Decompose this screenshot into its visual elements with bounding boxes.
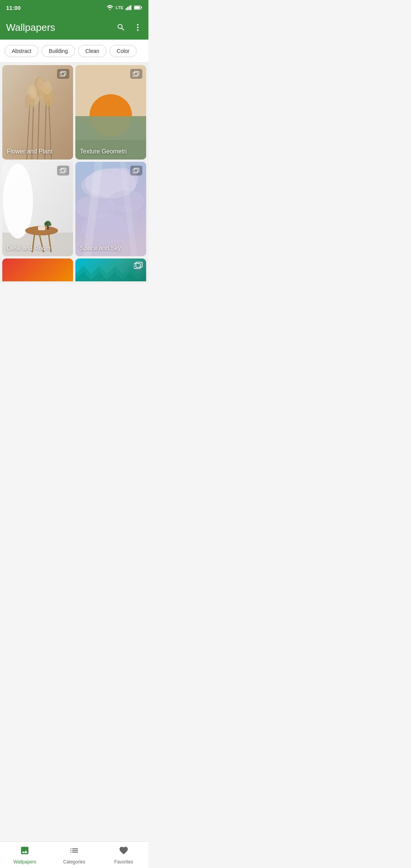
- signal-icon: [126, 5, 132, 10]
- more-options-button[interactable]: [133, 23, 142, 32]
- chip-clean[interactable]: Clean: [78, 45, 107, 57]
- toolbar-actions: [116, 23, 142, 32]
- svg-point-9: [137, 27, 139, 28]
- wallpaper-card-partial-1[interactable]: [2, 258, 73, 281]
- svg-rect-33: [134, 72, 139, 75]
- svg-point-10: [137, 29, 139, 31]
- card-label-flower: Flower and Plant: [7, 148, 53, 155]
- svg-rect-4: [130, 5, 131, 10]
- collection-icon-sky: [130, 166, 142, 176]
- svg-point-24: [43, 81, 51, 94]
- svg-rect-48: [60, 169, 65, 173]
- search-icon: [116, 23, 126, 32]
- status-bar: 11:00 LTE: [0, 0, 148, 15]
- svg-point-8: [137, 24, 139, 26]
- status-icons: LTE: [107, 5, 142, 10]
- svg-point-36: [3, 164, 33, 238]
- app-title: Wallpapers: [6, 22, 116, 34]
- battery-icon: [134, 5, 142, 10]
- svg-rect-6: [141, 7, 142, 8]
- wallpaper-card-partial-2[interactable]: [75, 258, 146, 281]
- collection-icon-desk: [57, 166, 69, 176]
- card-label-desk: Desk and Room: [7, 245, 51, 252]
- search-button[interactable]: [116, 23, 126, 32]
- teal-pattern: [75, 258, 146, 281]
- wallpaper-card-sky[interactable]: Space and Sky: [75, 162, 146, 256]
- toolbar: Wallpapers: [0, 15, 148, 40]
- wallpaper-card-texture[interactable]: Texture Geometri: [75, 65, 146, 160]
- lte-icon: LTE: [116, 5, 123, 10]
- svg-rect-2: [127, 7, 128, 10]
- svg-rect-32: [133, 72, 138, 76]
- collection-icon-texture: [130, 69, 142, 79]
- wallpaper-card-flower[interactable]: Flower and Plant: [2, 65, 73, 160]
- card-label-texture: Texture Geometri: [80, 148, 127, 155]
- svg-point-47: [48, 223, 51, 226]
- svg-rect-60: [133, 169, 138, 173]
- collection-svg-3: [60, 168, 67, 173]
- wifi-icon: [107, 5, 113, 10]
- category-chips: Abstract Building Clean Color: [0, 40, 148, 63]
- more-vert-icon: [133, 23, 142, 32]
- svg-rect-1: [126, 8, 127, 10]
- chip-color[interactable]: Color: [110, 45, 137, 57]
- svg-rect-26: [61, 72, 66, 75]
- svg-point-0: [110, 9, 111, 10]
- svg-rect-42: [38, 226, 45, 230]
- wallpaper-card-desk[interactable]: Desk and Room: [2, 162, 73, 256]
- status-time: 11:00: [6, 5, 21, 11]
- chip-building[interactable]: Building: [41, 45, 75, 57]
- chip-abstract[interactable]: Abstract: [5, 45, 38, 57]
- card-label-sky: Space and Sky: [80, 245, 121, 252]
- svg-rect-7: [134, 6, 140, 9]
- collection-svg-2: [133, 71, 140, 77]
- svg-rect-25: [60, 72, 65, 76]
- collection-svg: [60, 71, 67, 77]
- wallpaper-grid: Flower and Plant: [0, 63, 148, 258]
- collection-svg-4: [133, 168, 140, 173]
- svg-rect-49: [61, 168, 66, 172]
- collection-icon-flower: [57, 69, 69, 79]
- svg-rect-61: [134, 168, 139, 172]
- svg-point-22: [29, 85, 37, 99]
- svg-rect-30: [75, 116, 146, 140]
- svg-rect-3: [129, 6, 130, 10]
- partial-cards-row: [0, 258, 148, 284]
